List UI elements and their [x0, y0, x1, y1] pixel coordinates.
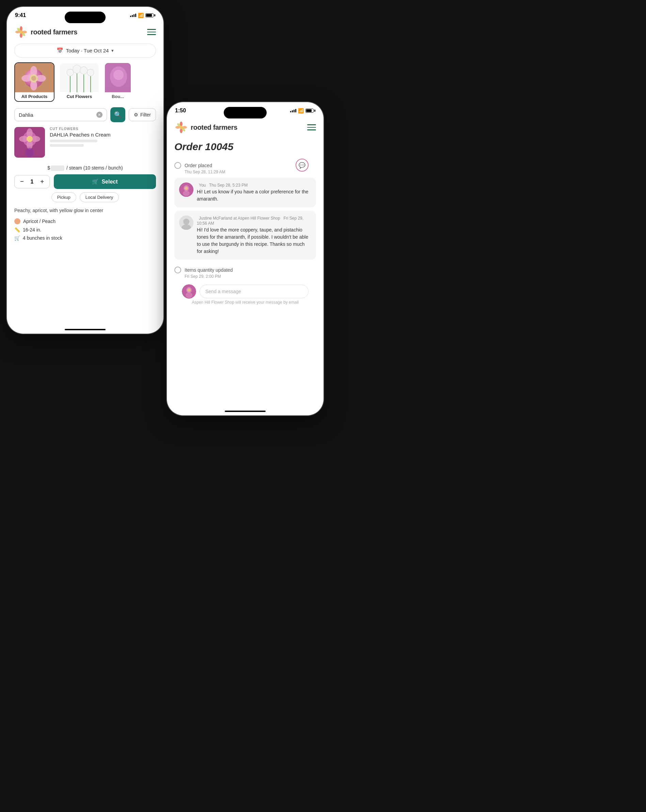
filter-icon: ⚙: [134, 112, 138, 118]
product-category: CUT FLOWERS: [50, 127, 156, 131]
compose-row: Send a message: [174, 284, 316, 299]
message-text-justine: Hi! I'd love the more coppery, taupe, an…: [197, 226, 311, 255]
message-sender-justine: Justine McFarland at Aspen Hill Flower S…: [197, 215, 311, 226]
category-all-products[interactable]: All Products: [14, 62, 55, 102]
category-cut-flowers[interactable]: Cut Flowers: [59, 62, 99, 102]
status-time-1: 9:41: [15, 12, 26, 18]
phone-content-2: rooted farmers Order 10045 Order placed …: [167, 114, 324, 406]
message-text-you: Hi! Let us know if you have a color pref…: [197, 188, 311, 203]
product-name: DAHLIA Peaches n Cream: [50, 132, 156, 137]
home-indicator-1: [65, 329, 105, 330]
search-box[interactable]: Dahlia ✕: [14, 108, 107, 121]
svg-point-45: [183, 191, 190, 196]
color-row: Apricot / Peach: [14, 218, 156, 224]
logo-text-1: rooted farmers: [31, 28, 77, 36]
search-clear-button[interactable]: ✕: [96, 112, 102, 118]
qty-minus-button[interactable]: −: [20, 178, 24, 185]
category-bouquets[interactable]: Bou...: [104, 62, 131, 102]
color-label: Apricot / Peach: [23, 218, 55, 224]
message-you: You Thu Sep 28, 5:23 PM Hi! Let us know …: [174, 178, 316, 208]
qty-updated-time: Fri Sep 29, 2:00 PM: [174, 274, 316, 279]
logo-text-2: rooted farmers: [191, 124, 237, 131]
product-card: CUT FLOWERS DAHLIA Peaches n Cream: [7, 127, 163, 162]
stock-value: 4 bunches in stock: [23, 235, 62, 241]
filter-label: Filter: [140, 112, 151, 118]
signal-icon: [130, 14, 136, 17]
logo-area-2: rooted farmers: [174, 121, 237, 134]
menu-button-2[interactable]: [307, 124, 316, 130]
category-img-all: [15, 63, 54, 92]
date-picker[interactable]: 📅 Today · Tue Oct 24 ▾: [14, 44, 156, 58]
battery-icon-2: [305, 108, 315, 113]
dynamic-island-1: [65, 12, 105, 23]
price-label: $ / steam (10 stems / bunch): [47, 165, 122, 171]
svg-point-7: [20, 30, 23, 34]
qty-value: 1: [31, 179, 34, 185]
color-swatch: [14, 218, 20, 224]
pickup-tag[interactable]: Pickup: [52, 192, 76, 202]
svg-point-52: [186, 293, 192, 298]
status-icons-1: 📶: [130, 12, 155, 18]
status-time-2: 1:50: [175, 108, 186, 114]
qty-row: − 1 + 🛒 Select: [7, 174, 163, 192]
message-body-justine: Justine McFarland at Aspen Hill Flower S…: [197, 215, 311, 255]
order-title: Order 10045: [167, 137, 324, 159]
message-body-you: You Thu Sep 28, 5:23 PM Hi! Let us know …: [197, 183, 311, 203]
category-img-bou: [105, 63, 131, 92]
chevron-down-icon: ▾: [111, 48, 114, 53]
svg-point-21: [67, 69, 73, 76]
category-label-all: All Products: [15, 92, 54, 101]
status-icons-2: 📶: [290, 108, 315, 113]
svg-point-35: [26, 148, 34, 157]
delivery-tags: Pickup Local Delivery: [7, 192, 163, 207]
select-button[interactable]: 🛒 Select: [54, 174, 156, 189]
phone-content-1: rooted farmers 📅 Today · Tue Oct 24 ▾: [7, 18, 163, 324]
order-placed-text: Order placed: [185, 163, 212, 168]
stock-icon: 🛒: [14, 235, 20, 241]
wifi-icon-1: 📶: [138, 12, 144, 18]
message-justine: Justine McFarland at Aspen Hill Flower S…: [174, 211, 316, 260]
logo-icon-2: [174, 121, 188, 134]
search-row: Dahlia ✕ 🔍 ⚙ Filter: [7, 107, 163, 127]
quantity-updated-event: Items quantity updated: [174, 263, 316, 274]
category-scroll: All Products Cut Flow: [7, 62, 163, 107]
svg-point-23: [80, 67, 87, 74]
product-thumbnail[interactable]: [14, 127, 45, 158]
category-label-flowers: Cut Flowers: [60, 92, 99, 101]
dynamic-island-2: [224, 107, 267, 119]
qty-plus-button[interactable]: +: [40, 178, 44, 185]
order-placed-time: Thu Sep 28, 11:29 AM: [174, 169, 316, 174]
svg-point-34: [27, 136, 33, 142]
message-input[interactable]: Send a message: [200, 285, 308, 298]
svg-point-42: [179, 126, 183, 129]
messages-area: Order placed Thu Sep 28, 11:29 AM 💬: [167, 159, 324, 305]
logo-icon-1: [14, 25, 28, 39]
svg-point-15: [31, 76, 36, 81]
size-value: 16-24 in.: [23, 227, 41, 232]
message-placeholder: Send a message: [205, 289, 241, 294]
product-image: [14, 127, 45, 158]
product-detail-bar-1: [50, 140, 98, 142]
svg-point-46: [185, 186, 188, 190]
search-value: Dahlia: [19, 112, 94, 118]
avatar-compose: [182, 284, 196, 299]
filter-button[interactable]: ⚙ Filter: [129, 108, 156, 121]
chat-icon[interactable]: 💬: [296, 159, 308, 172]
order-placed-event: Order placed Thu Sep 28, 11:29 AM 💬: [174, 159, 316, 178]
quantity-control[interactable]: − 1 +: [14, 175, 50, 188]
phone-2: 1:50 📶: [167, 102, 324, 415]
menu-button-1[interactable]: [147, 29, 156, 35]
price-unit: / steam (10 stems / bunch): [66, 165, 123, 171]
category-img-flowers: [60, 63, 99, 92]
message-sender-you: You Thu Sep 28, 5:23 PM: [197, 183, 311, 188]
cart-icon: 🛒: [92, 179, 99, 185]
qty-updated-text: Items quantity updated: [185, 267, 233, 273]
product-detail-bar-2: [50, 144, 84, 147]
app-header-2: rooted farmers: [167, 116, 324, 137]
search-button[interactable]: 🔍: [110, 107, 125, 122]
home-indicator-2: [225, 411, 266, 412]
app-header-1: rooted farmers: [7, 21, 163, 42]
avatar-you: [179, 183, 194, 197]
stock-row: 🛒 4 bunches in stock: [14, 235, 156, 241]
local-delivery-tag[interactable]: Local Delivery: [80, 192, 119, 202]
